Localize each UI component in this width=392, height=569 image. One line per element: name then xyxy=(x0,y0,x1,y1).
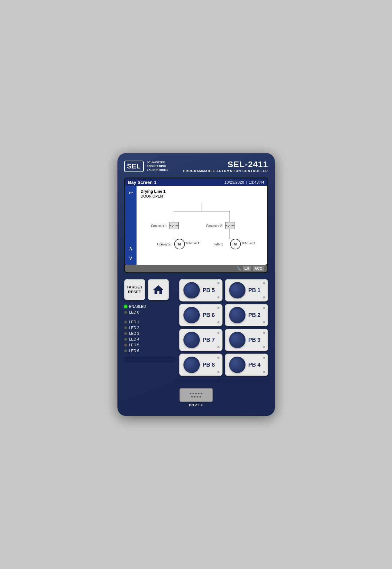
pb1-led-top xyxy=(263,282,265,284)
led-4-label: LED 4 xyxy=(129,337,139,341)
pb3-circle xyxy=(229,332,245,348)
svg-marker-24 xyxy=(153,285,163,294)
led-2-label: LED 2 xyxy=(129,326,139,330)
target-reset-button[interactable]: TARGETRESET xyxy=(124,279,145,300)
acc-button[interactable]: ACC xyxy=(253,266,264,271)
model-subtitle: PROGRAMMABLE AUTOMATION CONTROLLER xyxy=(183,169,268,173)
port-pins-row1 xyxy=(190,393,202,394)
port-label: PORT F xyxy=(189,403,203,407)
screen-content: Drying Line 1 DOOR OPEN xyxy=(137,186,267,265)
pb2-led-bottom xyxy=(263,321,265,323)
pb6-led-top xyxy=(217,307,219,309)
svg-text:TEMP  43 F: TEMP 43 F xyxy=(242,241,256,245)
pb4-button[interactable]: PB 4 xyxy=(225,354,268,376)
pb3-led-bottom xyxy=(263,346,265,348)
lr-button[interactable]: LR xyxy=(243,266,251,271)
up-arrow-button[interactable]: ∧ xyxy=(127,244,135,253)
pb7-led-top xyxy=(217,332,219,334)
pb3-led-top xyxy=(263,332,265,334)
pb4-led-top xyxy=(263,357,265,359)
screen-title: Bay Screen 1 xyxy=(128,180,156,185)
device-header: SEL SCHWEITZER ENGINEERING LABORATORIES … xyxy=(124,160,268,173)
brand-text: SCHWEITZER ENGINEERING LABORATORIES xyxy=(147,161,168,172)
port-f-connector xyxy=(180,388,213,402)
pb6-button[interactable]: PB 6 xyxy=(179,304,222,326)
pb3-label: PB 3 xyxy=(249,337,264,343)
pb7-circle xyxy=(183,332,200,348)
screen-time: 13:43:44 xyxy=(249,180,264,185)
pb8-circle xyxy=(183,357,200,373)
pb2-label: PB 2 xyxy=(249,312,264,318)
led-5: LED 5 xyxy=(124,343,176,347)
svg-text:↙: ↙ xyxy=(228,224,230,228)
pb7-leds xyxy=(217,332,219,348)
svg-text:M: M xyxy=(178,242,181,246)
pb3-button[interactable]: PB 3 xyxy=(225,329,268,351)
pb5-label: PB 5 xyxy=(203,287,218,294)
led-enabled: ENABLED xyxy=(124,304,176,309)
pb8-label: PB 8 xyxy=(203,362,218,368)
led-0-label: LED 0 xyxy=(129,310,139,314)
logo-area: SEL SCHWEITZER ENGINEERING LABORATORIES xyxy=(124,161,169,172)
led-6: LED 6 xyxy=(124,349,176,353)
pb4-leds xyxy=(263,357,265,373)
led-1-label: LED 1 xyxy=(129,320,139,324)
led-0-dot xyxy=(124,311,127,314)
svg-text:FAN 1: FAN 1 xyxy=(214,243,223,246)
pb1-button[interactable]: PB 1 xyxy=(225,279,268,301)
pb1-label: PB 1 xyxy=(249,287,264,294)
port-pins-row2 xyxy=(191,396,201,398)
led-5-dot xyxy=(124,344,127,347)
pb6-leds xyxy=(217,307,219,323)
pb5-button[interactable]: PB 5 xyxy=(179,279,222,301)
svg-text:Contactor 1: Contactor 1 xyxy=(151,224,167,228)
nav-arrows: ∧ ∨ xyxy=(127,244,135,262)
svg-text:M: M xyxy=(234,242,237,246)
model-name: SEL-2411 xyxy=(183,160,268,169)
pb2-button[interactable]: PB 2 xyxy=(225,304,268,326)
pb1-circle xyxy=(229,282,245,298)
led-enabled-dot xyxy=(124,305,127,308)
led-3-label: LED 3 xyxy=(129,331,139,336)
led-3-dot xyxy=(124,332,127,335)
pb7-button[interactable]: PB 7 xyxy=(179,329,222,351)
pb7-label: PB 7 xyxy=(203,337,218,343)
home-button[interactable] xyxy=(148,279,169,300)
screen-date: 10/23/2020 xyxy=(224,180,244,185)
led-4: LED 4 xyxy=(124,337,176,341)
pb3-leds xyxy=(263,332,265,348)
led-4-dot xyxy=(124,338,127,341)
svg-text:↙: ↙ xyxy=(172,224,174,228)
back-button[interactable]: ↩ xyxy=(127,188,135,197)
pb1-leds xyxy=(263,282,265,298)
led-5-label: LED 5 xyxy=(129,343,139,347)
pb7-led-bottom xyxy=(217,346,219,348)
pb4-circle xyxy=(229,357,245,373)
pb4-label: PB 4 xyxy=(249,362,264,368)
pb2-circle xyxy=(229,307,245,323)
button-grid: PB 5 PB 1 PB 6 xyxy=(179,279,268,376)
screen-header: Bay Screen 1 10/23/2020 | 13:43:44 xyxy=(125,178,267,186)
screen-body: ↩ ∧ ∨ Drying Line 1 DOOR OPEN xyxy=(125,186,267,265)
led-2: LED 2 xyxy=(124,326,176,330)
led-6-dot xyxy=(124,349,127,352)
led-1-dot xyxy=(124,321,127,324)
pb6-led-bottom xyxy=(217,321,219,323)
pb1-led-bottom xyxy=(263,296,265,298)
pb2-leds xyxy=(263,307,265,323)
led-list: ENABLED LED 0 LED 1 LED 2 xyxy=(124,304,176,353)
pb5-led-bottom xyxy=(217,296,219,298)
pb5-led-top xyxy=(217,282,219,284)
model-area: SEL-2411 PROGRAMMABLE AUTOMATION CONTROL… xyxy=(183,160,268,173)
svg-text:TEMP  43 F: TEMP 43 F xyxy=(186,241,200,245)
pb8-button[interactable]: PB 8 xyxy=(179,354,222,376)
svg-text:Conveyor: Conveyor xyxy=(157,243,170,246)
pb8-leds xyxy=(217,357,219,373)
down-arrow-button[interactable]: ∨ xyxy=(127,254,135,262)
led-enabled-label: ENABLED xyxy=(129,304,146,309)
pb2-led-top xyxy=(263,307,265,309)
door-status: DOOR OPEN xyxy=(141,194,263,198)
led-6-label: LED 6 xyxy=(129,349,139,353)
left-panel: TARGETRESET ENABLED LED 0 xyxy=(124,279,176,376)
controls-area: TARGETRESET ENABLED LED 0 xyxy=(124,279,268,376)
